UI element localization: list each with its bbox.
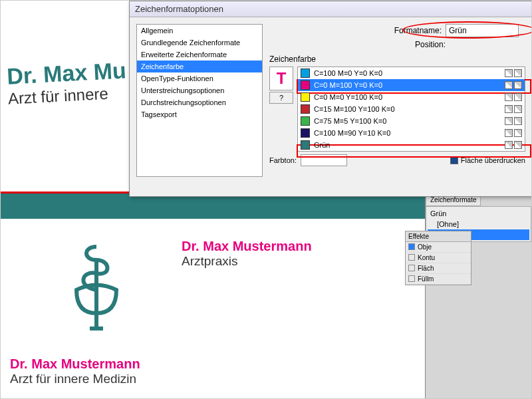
category-item[interactable]: Tagsexport [137,108,262,120]
swatch-row[interactable]: Grün [298,139,525,151]
help-icon[interactable]: ? [269,92,293,104]
swatch-row[interactable]: C=0 M=100 Y=0 K=0 [298,79,525,91]
swatch-row[interactable]: C=15 M=100 Y=100 K=0 [298,103,525,115]
card-header-bar [1,194,426,219]
swatch-type-icon [505,117,513,125]
dialog-title: Zeichenformatoptionen [130,1,532,17]
tint-label: Farbton: [269,156,297,164]
effects-row-label: Obje [418,243,432,251]
effects-row[interactable]: Obje [406,242,471,253]
effects-checkbox[interactable] [408,243,415,250]
swatch-color [301,92,310,102]
swatch-type-icon [505,141,513,149]
effects-row[interactable]: Kontu [406,253,471,263]
swatch-color [301,140,310,150]
card-sub-1: Arztpraxis [182,254,312,269]
formatname-input[interactable] [446,24,519,37]
card-sub-2: Arzt für innere Medizin [10,372,140,386]
swatch-label: C=0 M=100 Y=0 K=0 [314,81,382,89]
swatch-mode-icon [514,105,522,113]
swatch-type-icon [505,105,513,113]
position-label: Position: [415,40,446,49]
category-item[interactable]: Erweiterte Zeichenformate [137,49,262,61]
overprint-checkbox[interactable] [450,156,458,164]
swatch-color [301,68,310,78]
panels-dock: Zeichenformate Grün [Ohne]Grün [425,194,531,399]
swatch-label: C=0 M=0 Y=100 K=0 [314,93,382,101]
swatch-mode-icon [514,129,522,137]
effects-checkbox[interactable] [408,275,415,282]
medical-logo-icon [63,240,130,333]
text-fill-icon[interactable]: T [269,66,293,90]
character-style-options-dialog: Zeichenformatoptionen AllgemeinGrundlege… [129,1,532,197]
swatch-type-icon [505,93,513,101]
char-style-item[interactable]: [Ohne] [428,219,529,229]
swatch-label: Grün [314,141,330,149]
card-name-1: Dr. Max Mustermann [182,239,312,254]
swatch-type-icon [505,69,513,77]
swatch-mode-icon [514,117,522,125]
swatch-mode-icon [514,141,522,149]
effects-panel: Effekte ObjeKontuFlächFüllm [405,231,471,285]
effects-row-label: Kontu [418,254,435,261]
svg-rect-1 [90,327,103,331]
overprint-label: Fläche überdrucken [461,156,525,164]
category-item[interactable]: Allgemein [137,25,262,37]
swatch-row[interactable]: C=100 M=0 Y=0 K=0 [298,67,525,79]
section-heading: Zeichenfarbe [269,55,525,64]
effects-row-label: Füllm [418,275,434,283]
effects-checkbox[interactable] [408,265,415,271]
char-styles-header: Grün [428,208,529,219]
tint-select[interactable] [301,154,347,166]
swatch-list[interactable]: C=100 M=0 Y=0 K=0C=0 M=100 Y=0 K=0C=0 M=… [297,66,525,152]
swatch-type-icon [505,129,513,137]
swatch-row[interactable]: C=0 M=0 Y=100 K=0 [298,91,525,103]
swatch-row[interactable]: C=75 M=5 Y=100 K=0 [298,115,525,127]
formatname-label: Formatname: [394,26,442,35]
swatch-mode-icon [514,93,522,101]
swatch-label: C=100 M=90 Y=10 K=0 [314,129,390,137]
swatch-row[interactable]: C=100 M=90 Y=10 K=0 [298,127,525,139]
card-name-2: Dr. Max Mustermann [10,356,140,372]
document-preview-top: Dr. Max Mu Arzt für innere [6,57,128,108]
category-list[interactable]: AllgemeinGrundlegende ZeichenformateErwe… [136,24,263,177]
swatch-color [301,116,310,126]
category-item[interactable]: Grundlegende Zeichenformate [137,37,262,49]
business-card-preview: Dr. Max Mustermann Arztpraxis Dr. Max Mu… [1,219,426,399]
swatch-label: C=75 M=5 Y=100 K=0 [314,117,386,125]
effects-tab[interactable]: Effekte [406,231,471,242]
effects-row[interactable]: Füllm [406,274,471,285]
effects-checkbox[interactable] [408,254,415,261]
swatch-mode-icon [514,81,522,89]
category-item[interactable]: Durchstreichungsoptionen [137,96,262,108]
category-item[interactable]: Unterstreichungsoptionen [137,84,262,96]
swatch-mode-icon [514,69,522,77]
swatch-color [301,80,310,90]
effects-row-label: Fläch [418,265,434,272]
category-item[interactable]: OpenType-Funktionen [137,72,262,84]
swatch-color [301,128,310,138]
category-item[interactable]: Zeichenfarbe [137,61,262,72]
swatch-label: C=15 M=100 Y=100 K=0 [314,105,395,113]
swatch-color [301,104,310,114]
effects-row[interactable]: Fläch [406,263,471,274]
swatch-type-icon [505,81,513,89]
swatch-label: C=100 M=0 Y=0 K=0 [314,69,382,77]
